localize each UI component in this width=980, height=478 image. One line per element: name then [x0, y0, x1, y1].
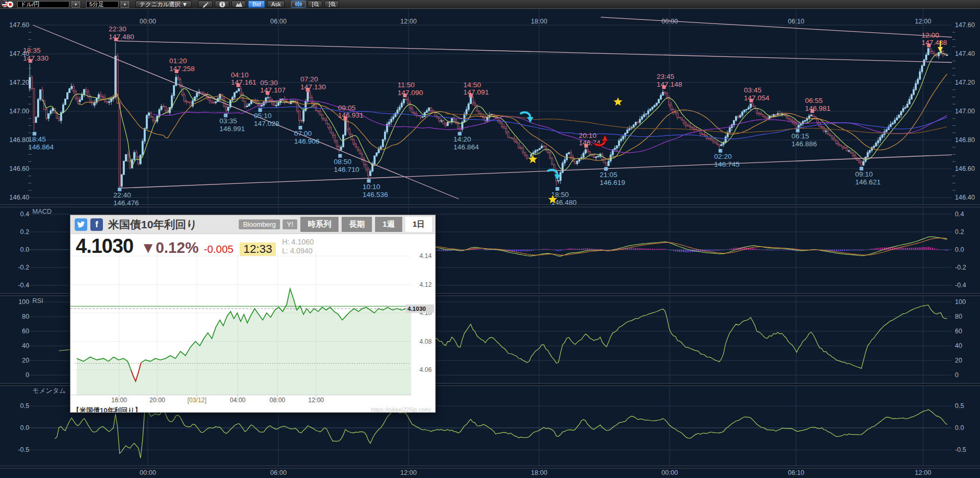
svg-text:146.931: 146.931 [338, 111, 364, 119]
svg-text:20:00: 20:00 [149, 397, 165, 404]
svg-text:09:05: 09:05 [338, 104, 356, 112]
draw-pencil-button[interactable] [198, 1, 213, 8]
svg-text:09:10: 09:10 [855, 170, 873, 178]
tab-1week[interactable]: 1週 [375, 217, 402, 232]
bid-button[interactable]: Bid [248, 1, 265, 8]
svg-text:14:20: 14:20 [453, 135, 471, 143]
svg-text:00:00: 00:00 [139, 469, 156, 476]
svg-text:146.60: 146.60 [9, 165, 29, 172]
us10y-widget-footer: 【米国債10年利回り】 https://nikkei225jp.com/ [71, 404, 436, 413]
svg-text:0: 0 [955, 371, 959, 379]
pair-select[interactable]: ドル/円 [17, 1, 69, 8]
us10y-high-low: H: 4.1060 L: 4.0940 [282, 238, 314, 255]
us10y-widget: f 米国債10年利回り Bloomberg Y! 時系列 長期 1週 1日 4.… [70, 215, 436, 413]
svg-text:21:05: 21:05 [600, 171, 617, 179]
us10y-high: H: 4.1060 [282, 238, 314, 246]
tab-longterm[interactable]: 長期 [342, 217, 372, 232]
svg-text:146.864: 146.864 [28, 143, 54, 151]
info-button[interactable] [215, 1, 229, 8]
zoom-in-vertical-button[interactable] [324, 1, 339, 8]
svg-text:146.80: 146.80 [9, 136, 29, 144]
pair-dropdown-arrow[interactable]: ▼ [72, 1, 80, 8]
svg-text:0.2: 0.2 [955, 228, 964, 236]
us10y-chart: 16:0020:00[03/12]04:0008:0012:004.144.12… [71, 244, 436, 404]
tab-timeseries[interactable]: 時系列 [300, 217, 339, 232]
svg-text:-0.5: -0.5 [955, 446, 966, 453]
svg-text:18:35: 18:35 [23, 46, 41, 54]
bloomberg-button[interactable]: Bloomberg [239, 219, 280, 229]
svg-text:23:45: 23:45 [657, 73, 674, 80]
svg-text:146.710: 146.710 [334, 166, 359, 173]
svg-text:4.1030: 4.1030 [407, 306, 426, 312]
svg-text:05:30: 05:30 [260, 79, 278, 87]
trading-app-window: ドル/円 ▼ 5分足 ▼ テクニカル選択 ▼ Bid Ask [0, 0, 980, 478]
us10y-change: -0.005 [204, 243, 234, 255]
technical-select-button[interactable]: テクニカル選択 ▼ [135, 1, 192, 8]
zoom-out-vertical-button[interactable] [308, 1, 322, 8]
svg-text:147.00: 147.00 [955, 108, 975, 115]
svg-text:20:10: 20:10 [579, 132, 597, 139]
svg-text:146.476: 146.476 [113, 199, 139, 207]
svg-text:-0.2: -0.2 [18, 264, 29, 271]
svg-text:11:50: 11:50 [398, 81, 415, 89]
svg-text:0.0: 0.0 [955, 424, 964, 432]
svg-text:00:00: 00:00 [661, 18, 678, 25]
footer-url: https://nikkei225jp.com/ [371, 406, 431, 413]
us10y-quote-row: 4.1030 ▼0.12% -0.005 12:33 H: 4.1060 L: … [76, 235, 314, 258]
svg-text:10:10: 10:10 [363, 183, 380, 191]
svg-text:0.0: 0.0 [20, 424, 29, 432]
svg-text:05:10: 05:10 [254, 112, 272, 120]
svg-text:00:00: 00:00 [139, 18, 156, 25]
timeframe-select[interactable]: 5分足 [86, 1, 119, 8]
area-chart-button[interactable] [231, 1, 246, 8]
svg-text:146.745: 146.745 [714, 160, 740, 168]
timeframe-label: 5分足 [89, 1, 104, 8]
svg-text:60: 60 [22, 328, 29, 335]
svg-text:12:00: 12:00 [915, 18, 931, 25]
svg-text:06:00: 06:00 [270, 469, 286, 476]
svg-text:04:00: 04:00 [230, 397, 246, 404]
svg-text:12:00: 12:00 [400, 18, 416, 25]
svg-text:147.130: 147.130 [300, 83, 326, 91]
svg-text:4.14: 4.14 [419, 252, 432, 260]
svg-text:60: 60 [955, 328, 962, 335]
svg-text:12:00: 12:00 [400, 469, 416, 476]
svg-text:-0.5: -0.5 [18, 446, 29, 453]
svg-text:00:00: 00:00 [661, 469, 678, 476]
svg-text:0.2: 0.2 [20, 228, 29, 236]
svg-text:0.5: 0.5 [955, 402, 964, 410]
svg-text:06:15: 06:15 [791, 132, 809, 140]
us10y-change-percent: ▼0.12% [141, 239, 199, 257]
svg-text:147.00: 147.00 [9, 108, 29, 115]
svg-text:40: 40 [22, 342, 29, 349]
svg-text:08:50: 08:50 [334, 158, 352, 166]
svg-text:0.5: 0.5 [20, 402, 29, 410]
momentum-panel-title: モメンタム [32, 387, 66, 394]
ask-button[interactable]: Ask [267, 1, 285, 8]
svg-text:147.40: 147.40 [955, 50, 975, 57]
svg-text:100: 100 [18, 298, 29, 306]
rsi-panel-title: RSI [32, 297, 43, 305]
candle-chart-button[interactable] [291, 1, 306, 8]
svg-text:12:00: 12:00 [921, 31, 939, 39]
zoom-in-vertical-icon [328, 1, 336, 8]
svg-text:0.4: 0.4 [20, 211, 29, 218]
us10y-widget-header: f 米国債10年利回り Bloomberg Y! 時系列 長期 1週 1日 [71, 215, 435, 234]
facebook-share-button[interactable]: f [90, 218, 103, 231]
twitter-icon [77, 221, 85, 228]
svg-text:147.20: 147.20 [955, 79, 975, 86]
yahoo-button[interactable]: Y! [283, 219, 297, 229]
svg-text:146.80: 146.80 [955, 136, 975, 144]
svg-text:147.330: 147.330 [23, 54, 49, 62]
info-icon [219, 1, 226, 8]
tab-1day[interactable]: 1日 [405, 217, 432, 232]
svg-text:20: 20 [22, 357, 29, 364]
svg-text:146.40: 146.40 [955, 194, 975, 201]
svg-text:147.054: 147.054 [744, 94, 769, 102]
svg-text:147.438: 147.438 [921, 39, 947, 46]
timeframe-dropdown-arrow[interactable]: ▼ [121, 1, 129, 8]
twitter-share-button[interactable] [75, 218, 87, 231]
svg-text:0.0: 0.0 [955, 246, 964, 253]
us10y-last-value: 4.1030 [76, 235, 133, 258]
pencil-icon [202, 1, 209, 8]
